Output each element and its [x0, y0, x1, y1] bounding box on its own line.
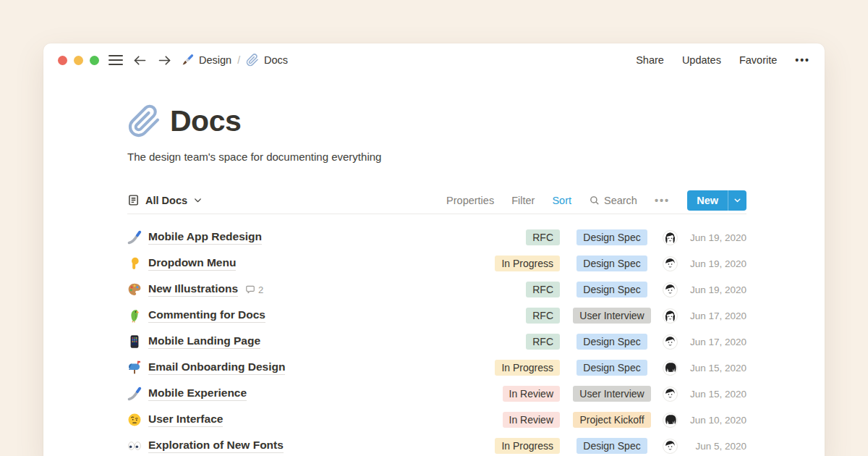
toolbar-more-icon[interactable]: ••• [655, 195, 670, 206]
table-row[interactable]: New Illustrations 2 RFC Design Spec Jun … [127, 276, 746, 303]
status-tag[interactable]: In Review [503, 412, 560, 428]
paintbrush-icon [181, 54, 194, 67]
breadcrumb-label: Design [199, 54, 231, 66]
close-window-button[interactable] [58, 56, 67, 65]
doc-date: Jun 17, 2020 [690, 337, 746, 347]
doc-date: Jun 19, 2020 [690, 232, 746, 243]
status-tag[interactable]: RFC [526, 308, 560, 324]
doc-title-link[interactable]: New Illustrations [148, 282, 238, 297]
status-tag[interactable]: In Review [503, 386, 560, 402]
avatar-man [663, 334, 678, 350]
stylus-icon [127, 230, 142, 245]
table-row[interactable]: Exploration of New Fonts In Progress Des… [127, 433, 746, 456]
comment-bubble-icon [245, 284, 255, 295]
doc-title-link[interactable]: Dropdown Menu [148, 256, 236, 271]
doc-date: Jun 19, 2020 [690, 284, 746, 295]
doc-type-tag[interactable]: Project Kickoff [573, 412, 650, 428]
breadcrumb-item-docs[interactable]: Docs [246, 54, 288, 67]
toolbar-filter-button[interactable]: Filter [511, 195, 535, 206]
table-row[interactable]: Dropdown Menu In Progress Design Spec Ju… [127, 250, 746, 276]
table-row[interactable]: User Interface In Review Project Kickoff… [127, 407, 746, 433]
menu-icon[interactable] [109, 55, 123, 65]
paperclip-icon [246, 54, 259, 67]
doc-title-link[interactable]: Exploration of New Fonts [148, 439, 284, 453]
avatar-man [663, 387, 678, 402]
doc-title-link[interactable]: Mobile Experience [148, 387, 247, 401]
phone-icon [127, 334, 142, 349]
doc-date: Jun 10, 2020 [690, 415, 746, 426]
doc-list-icon [127, 194, 140, 206]
table-row[interactable]: Mobile Experience In Review User Intervi… [127, 381, 746, 407]
stylus-icon [127, 387, 142, 401]
table-row[interactable]: Mobile App Redesign RFC Design Spec Jun … [127, 224, 746, 250]
face-raised-eyebrow-icon [127, 413, 142, 427]
page-title: Docs [170, 104, 241, 138]
chevron-down-icon [193, 195, 203, 205]
palette-icon [127, 282, 142, 297]
eyes-icon [127, 439, 142, 453]
avatar-man [663, 256, 678, 271]
table-row[interactable]: Commenting for Docs RFC User Interview J… [127, 303, 746, 329]
view-toolbar: All Docs PropertiesFilterSortSearch•••Ne… [127, 187, 746, 214]
search-button[interactable]: Search [589, 195, 637, 206]
paperclip-icon [127, 104, 161, 138]
doc-title-link[interactable]: Mobile Landing Page [148, 334, 260, 349]
search-icon [589, 195, 600, 206]
avatar-man [663, 282, 678, 297]
table-row[interactable]: Email Onboarding Design In Progress Desi… [127, 355, 746, 381]
share-button[interactable]: Share [636, 54, 664, 66]
zoom-window-button[interactable] [90, 56, 99, 65]
titlebar: Design/Docs ShareUpdatesFavorite••• [43, 43, 825, 77]
toolbar-properties-button[interactable]: Properties [446, 195, 494, 206]
traffic-lights [58, 56, 99, 65]
status-tag[interactable]: RFC [526, 334, 560, 350]
breadcrumb-label: Docs [264, 54, 288, 66]
avatar-woman-bob [663, 413, 678, 428]
doc-date: Jun 5, 2020 [690, 441, 746, 452]
parrot-icon [127, 308, 142, 323]
titlebar-actions: ShareUpdatesFavorite••• [636, 54, 810, 66]
comment-count: 2 [245, 284, 263, 295]
view-selector-label: All Docs [145, 195, 187, 206]
favorite-button[interactable]: Favorite [739, 54, 777, 66]
status-tag[interactable]: In Progress [495, 256, 560, 271]
doc-type-tag[interactable]: User Interview [573, 308, 650, 324]
new-dropdown-caret[interactable] [728, 190, 746, 211]
doc-title-link[interactable]: Mobile App Redesign [148, 230, 262, 245]
new-button[interactable]: New [687, 190, 746, 211]
app-window: Design/Docs ShareUpdatesFavorite••• Docs… [43, 43, 825, 456]
doc-title-link[interactable]: Commenting for Docs [148, 308, 265, 323]
doc-date: Jun 17, 2020 [690, 311, 746, 321]
doc-date: Jun 19, 2020 [690, 258, 746, 269]
doc-title-link[interactable]: User Interface [148, 413, 223, 427]
doc-type-tag[interactable]: Design Spec [576, 256, 647, 271]
status-tag[interactable]: RFC [526, 229, 560, 245]
doc-type-tag[interactable]: Design Spec [576, 229, 647, 245]
toolbar-sort-button[interactable]: Sort [552, 195, 571, 206]
page-title-block: Docs [127, 101, 746, 138]
avatar-woman-headphones [663, 230, 678, 245]
avatar-man [663, 439, 678, 454]
status-tag[interactable]: RFC [526, 282, 560, 297]
mailbox-icon [127, 360, 142, 375]
minimize-window-button[interactable] [74, 56, 83, 65]
doc-type-tag[interactable]: User Interview [573, 386, 650, 402]
updates-button[interactable]: Updates [682, 54, 721, 66]
forward-arrow-icon[interactable] [157, 53, 172, 68]
breadcrumb-item-design[interactable]: Design [181, 54, 231, 67]
hand-down-icon [127, 256, 142, 271]
doc-type-tag[interactable]: Design Spec [576, 438, 647, 454]
docs-table: Mobile App Redesign RFC Design Spec Jun … [127, 224, 746, 456]
doc-type-tag[interactable]: Design Spec [576, 334, 647, 350]
breadcrumb-separator: / [237, 54, 240, 66]
table-row[interactable]: Mobile Landing Page RFC Design Spec Jun … [127, 329, 746, 355]
doc-type-tag[interactable]: Design Spec [576, 360, 647, 376]
view-selector[interactable]: All Docs [127, 194, 203, 206]
new-button-label: New [687, 190, 728, 211]
status-tag[interactable]: In Progress [495, 360, 560, 376]
back-arrow-icon[interactable] [132, 53, 148, 68]
more-options-icon[interactable]: ••• [795, 54, 810, 66]
status-tag[interactable]: In Progress [495, 438, 560, 454]
doc-title-link[interactable]: Email Onboarding Design [148, 360, 285, 375]
doc-type-tag[interactable]: Design Spec [576, 282, 647, 297]
